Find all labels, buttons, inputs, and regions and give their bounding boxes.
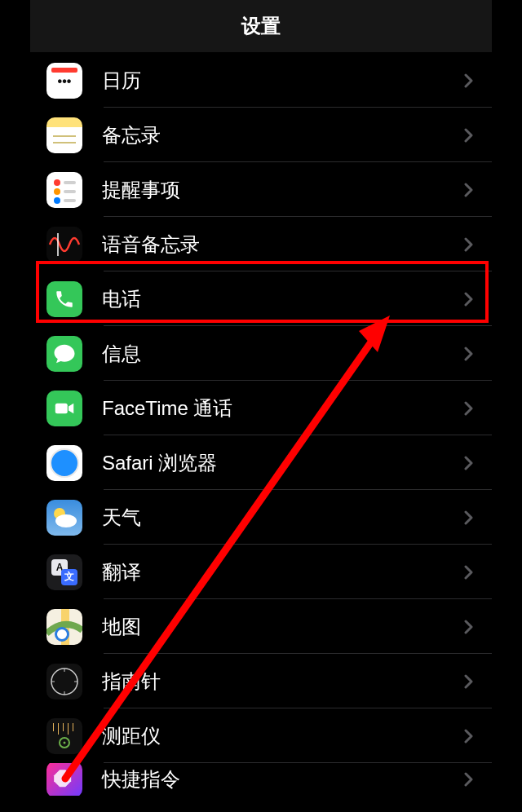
calendar-icon: ••• — [46, 63, 82, 99]
header: 设置 — [30, 0, 492, 53]
shortcuts-icon — [46, 763, 82, 796]
chevron-right-icon — [461, 456, 477, 470]
chevron-right-icon — [461, 401, 477, 416]
chevron-right-icon — [461, 565, 477, 580]
settings-item-translate[interactable]: A文 翻译 — [30, 545, 492, 599]
settings-item-label: 快捷指令 — [102, 766, 461, 792]
voice-memos-icon — [46, 227, 82, 263]
page-title: 设置 — [241, 13, 281, 39]
weather-icon — [46, 500, 82, 536]
settings-item-label: 电话 — [102, 286, 461, 312]
settings-item-weather[interactable]: 天气 — [30, 490, 492, 545]
chevron-right-icon — [461, 128, 477, 143]
chevron-right-icon — [461, 73, 477, 88]
settings-item-label: 语音备忘录 — [102, 232, 461, 258]
settings-item-label: 指南针 — [102, 669, 461, 695]
notes-icon — [46, 117, 82, 153]
settings-item-facetime[interactable]: FaceTime 通话 — [30, 381, 492, 435]
settings-item-shortcuts[interactable]: 快捷指令 — [30, 763, 492, 796]
chevron-right-icon — [461, 674, 477, 689]
settings-item-compass[interactable]: 指南针 — [30, 654, 492, 708]
translate-icon: A文 — [46, 554, 82, 590]
settings-item-maps[interactable]: 地图 — [30, 599, 492, 654]
settings-item-label: 提醒事项 — [102, 177, 461, 203]
chevron-right-icon — [461, 620, 477, 634]
chevron-right-icon — [461, 292, 477, 307]
settings-item-label: 地图 — [102, 614, 461, 640]
chevron-right-icon — [461, 346, 477, 361]
svg-point-6 — [51, 669, 77, 695]
chevron-right-icon — [461, 729, 477, 744]
maps-icon — [46, 609, 82, 645]
settings-item-label: FaceTime 通话 — [102, 395, 461, 421]
settings-screen: 设置 ••• 日历 备忘录 — [30, 0, 492, 812]
settings-list: ••• 日历 备忘录 提醒事项 — [30, 53, 492, 796]
compass-icon — [46, 664, 82, 699]
settings-item-voice-memos[interactable]: 语音备忘录 — [30, 217, 492, 271]
chevron-right-icon — [461, 510, 477, 525]
svg-point-12 — [64, 741, 66, 744]
settings-item-label: 日历 — [102, 68, 461, 94]
settings-item-messages[interactable]: 信息 — [30, 326, 492, 381]
svg-rect-1 — [55, 403, 68, 413]
settings-item-reminders[interactable]: 提醒事项 — [30, 162, 492, 217]
facetime-icon — [46, 391, 82, 426]
messages-icon — [46, 336, 82, 372]
settings-item-label: Safari 浏览器 — [102, 450, 461, 476]
settings-item-notes[interactable]: 备忘录 — [30, 108, 492, 162]
settings-item-label: 测距仪 — [102, 723, 461, 749]
chevron-right-icon — [461, 183, 477, 197]
settings-item-label: 翻译 — [102, 559, 461, 585]
settings-item-safari[interactable]: Safari 浏览器 — [30, 435, 492, 490]
settings-item-label: 天气 — [102, 505, 461, 531]
settings-item-measure[interactable]: 测距仪 — [30, 708, 492, 763]
svg-point-5 — [55, 514, 77, 527]
measure-icon — [46, 718, 82, 754]
phone-icon — [46, 281, 82, 317]
safari-icon — [46, 445, 82, 481]
settings-item-label: 备忘录 — [102, 122, 461, 148]
chevron-right-icon — [461, 772, 477, 787]
chevron-right-icon — [461, 237, 477, 252]
settings-item-calendar[interactable]: ••• 日历 — [30, 53, 492, 108]
settings-item-phone[interactable]: 电话 — [30, 271, 492, 326]
reminders-icon — [46, 172, 82, 208]
settings-item-label: 信息 — [102, 341, 461, 367]
